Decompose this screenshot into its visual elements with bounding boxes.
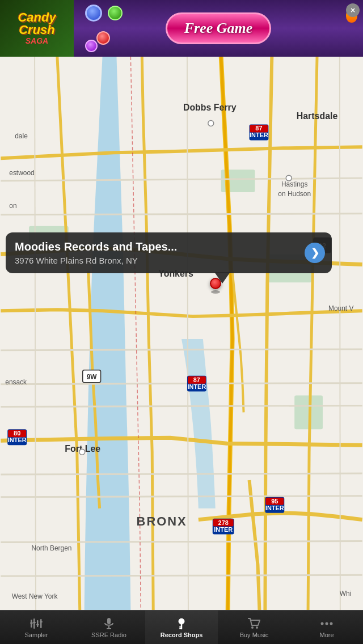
tab-bar: Sampler SSRE Radio Record Shops	[0, 610, 363, 644]
svg-text:INTER: INTER	[250, 132, 268, 138]
svg-text:INTER: INTER	[265, 505, 284, 511]
sampler-icon	[29, 617, 44, 630]
ad-close-button[interactable]: ×	[346, 3, 360, 17]
svg-text:BRONX: BRONX	[137, 514, 187, 528]
svg-point-61	[251, 626, 254, 629]
svg-text:80: 80	[14, 430, 20, 437]
svg-rect-54	[40, 619, 42, 628]
svg-text:Hastings: Hastings	[281, 180, 307, 188]
ssre-radio-tab-label: SSRE Radio	[91, 632, 126, 638]
svg-text:87: 87	[193, 376, 200, 383]
svg-text:INTER: INTER	[187, 383, 206, 390]
svg-rect-52	[37, 620, 39, 627]
map-svg: 87 INTER 22 9W 87 INTER 80 INTER 95 INTE…	[0, 57, 363, 610]
svg-point-64	[326, 622, 328, 625]
svg-rect-53	[36, 624, 39, 625]
callout-chevron-button[interactable]: ❯	[305, 243, 325, 263]
svg-text:ensack: ensack	[5, 378, 27, 386]
tab-buy-music[interactable]: Buy Music	[218, 611, 290, 644]
ad-content[interactable]: Free Game	[74, 0, 363, 57]
free-game-button[interactable]: Free Game	[166, 12, 272, 44]
tab-ssre-radio[interactable]: SSRE Radio	[73, 611, 145, 644]
svg-rect-55	[40, 621, 43, 622]
more-tab-label: More	[319, 632, 334, 638]
microphone-icon	[102, 617, 116, 630]
svg-text:INTER: INTER	[8, 437, 27, 443]
callout-address: 3976 White Plains Rd Bronx, NY	[15, 256, 303, 265]
svg-text:estwood: estwood	[9, 169, 34, 177]
svg-point-45	[208, 121, 214, 126]
svg-point-46	[286, 175, 292, 181]
svg-text:Mount V: Mount V	[328, 304, 353, 312]
tab-sampler[interactable]: Sampler	[0, 611, 73, 644]
svg-text:INTER: INTER	[214, 526, 233, 533]
svg-text:9W: 9W	[87, 373, 98, 381]
svg-text:on: on	[9, 202, 16, 210]
saga-text: SAGA	[26, 36, 48, 45]
svg-rect-49	[30, 622, 33, 624]
key-icon	[174, 617, 189, 630]
location-callout[interactable]: Moodies Records and Tapes... 3976 White …	[6, 232, 332, 273]
svg-rect-51	[33, 622, 36, 623]
crush-text: Crush	[19, 24, 55, 36]
tab-more[interactable]: More	[290, 611, 363, 644]
svg-rect-50	[33, 618, 35, 629]
svg-text:87: 87	[255, 125, 262, 132]
svg-text:West New York: West New York	[12, 592, 58, 600]
svg-point-47	[79, 449, 85, 455]
map-container: 87 INTER 22 9W 87 INTER 80 INTER 95 INTE…	[0, 57, 363, 610]
svg-rect-56	[107, 618, 111, 624]
buy-music-tab-label: Buy Music	[240, 632, 269, 638]
candy-crush-logo: Candy Crush SAGA	[0, 0, 74, 57]
svg-point-62	[256, 626, 258, 629]
candy-text: Candy	[18, 11, 56, 24]
svg-text:Whi: Whi	[340, 590, 352, 598]
record-shops-tab-label: Record Shops	[161, 632, 203, 638]
svg-text:on Hudson: on Hudson	[278, 190, 311, 198]
cart-icon	[247, 617, 261, 630]
ad-banner[interactable]: Candy Crush SAGA Free Game ×	[0, 0, 363, 57]
pin-shadow	[211, 290, 220, 294]
svg-text:278: 278	[218, 519, 229, 526]
more-dots-icon	[319, 617, 334, 630]
sampler-tab-label: Sampler	[25, 632, 48, 638]
svg-point-65	[330, 622, 333, 625]
svg-text:Hartsdale: Hartsdale	[297, 111, 338, 121]
callout-title: Moodies Records and Tapes...	[15, 240, 303, 253]
svg-text:North Bergen: North Bergen	[31, 544, 71, 552]
svg-text:95: 95	[271, 498, 278, 505]
tab-record-shops[interactable]: Record Shops	[145, 611, 218, 644]
svg-text:Dobbs Ferry: Dobbs Ferry	[183, 103, 237, 112]
svg-point-63	[321, 622, 324, 625]
svg-text:dale: dale	[15, 132, 28, 140]
svg-point-60	[180, 620, 183, 623]
